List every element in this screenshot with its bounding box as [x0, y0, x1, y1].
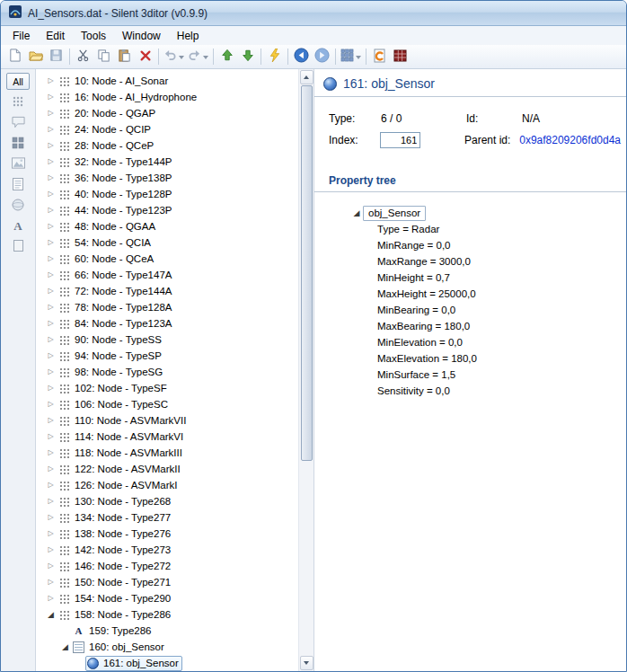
filter-all-button[interactable]: All	[6, 73, 30, 90]
speech-bubble-filter-button[interactable]	[7, 115, 29, 131]
open-folder-button[interactable]	[25, 47, 46, 67]
tree-item[interactable]: ▷102: Node - TypeSF	[36, 380, 298, 396]
tree-item[interactable]: 161: obj_Sensor	[36, 655, 298, 671]
letter-a-filter-button[interactable]: A	[7, 218, 29, 234]
page-filter-button[interactable]	[7, 239, 29, 255]
tree-item[interactable]: ▷94: Node - TypeSP	[36, 348, 298, 364]
paste-button[interactable]	[114, 47, 135, 67]
expand-arrow-icon[interactable]: ▷	[45, 218, 57, 234]
property-item[interactable]: Type = Radar	[377, 221, 626, 237]
tree-item[interactable]: ▷10: Node - AI_Sonar	[36, 73, 298, 89]
tree-item[interactable]: ▷142: Node - Type273	[36, 542, 298, 558]
squares-filter-button[interactable]	[7, 136, 29, 152]
expand-arrow-icon[interactable]: ▷	[45, 380, 57, 396]
tree-item[interactable]: ▷126: Node - ASVMarkI	[36, 477, 298, 493]
property-item[interactable]: MinSurface = 1,5	[377, 367, 626, 383]
expand-arrow-icon[interactable]: ▷	[45, 429, 57, 445]
collapse-arrow-icon[interactable]: ◢	[350, 205, 363, 221]
expand-arrow-icon[interactable]: ▷	[45, 364, 57, 380]
tree-item[interactable]: ◢158: Node - Type286	[36, 606, 298, 623]
back-button[interactable]	[291, 47, 312, 67]
property-item[interactable]: MinElevation = 0,0	[377, 334, 626, 350]
tree-item[interactable]: ▷48: Node - QGAA	[36, 218, 298, 234]
property-item[interactable]: MaxRange = 3000,0	[377, 253, 626, 270]
forward-button[interactable]	[312, 47, 332, 67]
tree-item[interactable]: ▷90: Node - TypeSS	[36, 332, 298, 348]
tree-item[interactable]: ▷138: Node - Type276	[36, 526, 298, 542]
expand-arrow-icon[interactable]: ▷	[45, 105, 57, 121]
cut-button[interactable]	[73, 47, 93, 67]
menu-item[interactable]: Edit	[38, 28, 73, 44]
expand-arrow-icon[interactable]: ▷	[45, 137, 57, 154]
property-root[interactable]: ◢ obj_Sensor	[350, 205, 626, 221]
save-button[interactable]	[46, 47, 66, 67]
orange-c-button[interactable]	[369, 47, 390, 67]
expand-arrow-icon[interactable]: ▷	[45, 509, 57, 526]
copy-button[interactable]	[93, 47, 114, 67]
expand-arrow-icon[interactable]: ▷	[45, 445, 57, 461]
tree-item[interactable]: ▷60: Node - QCeA	[36, 251, 298, 267]
scroll-up-button[interactable]	[300, 70, 314, 84]
tree-item[interactable]: ▷98: Node - TypeSG	[36, 364, 298, 380]
expand-arrow-icon[interactable]: ▷	[45, 315, 57, 332]
expand-arrow-icon[interactable]: ▷	[45, 332, 57, 348]
tree-item[interactable]: ▷20: Node - QGAP	[36, 105, 298, 121]
title-bar[interactable]: AI_Sensors.dat - Silent 3ditor (v0.9.9)	[1, 1, 626, 26]
expand-arrow-icon[interactable]: ▷	[45, 154, 57, 170]
sphere-filter-button[interactable]	[7, 198, 29, 214]
scrollbar-thumb[interactable]	[301, 85, 313, 461]
move-up-button[interactable]	[216, 47, 237, 67]
tree-scrollbar[interactable]	[298, 69, 314, 671]
property-item[interactable]: MinHeight = 0,7	[377, 270, 626, 286]
expand-arrow-icon[interactable]: ▷	[45, 170, 57, 186]
collapse-arrow-icon[interactable]: ◢	[59, 639, 71, 655]
tree-item[interactable]: ▷134: Node - Type277	[36, 509, 298, 526]
tree-item[interactable]: A159: Type286	[36, 623, 298, 639]
undo-button[interactable]	[162, 47, 186, 67]
red-grid-button[interactable]	[390, 47, 411, 67]
tree-item[interactable]: ▷154: Node - Type290	[36, 590, 298, 606]
tree-item[interactable]: ▷54: Node - QCIA	[36, 234, 298, 251]
expand-arrow-icon[interactable]: ▷	[45, 283, 57, 299]
property-item[interactable]: MinBearing = 0,0	[377, 302, 626, 318]
tree-item[interactable]: ◢160: obj_Sensor	[36, 639, 298, 655]
expand-arrow-icon[interactable]: ▷	[45, 493, 57, 509]
expand-arrow-icon[interactable]: ▷	[45, 412, 57, 429]
property-item[interactable]: MaxHeight = 25000,0	[377, 286, 626, 302]
delete-button[interactable]	[135, 47, 155, 67]
expand-arrow-icon[interactable]: ▷	[45, 461, 57, 477]
menu-item[interactable]: Window	[114, 28, 169, 44]
expand-arrow-icon[interactable]: ▷	[45, 348, 57, 364]
expand-arrow-icon[interactable]: ▷	[45, 574, 57, 590]
tree-item[interactable]: ▷114: Node - ASVMarkVI	[36, 429, 298, 445]
expand-arrow-icon[interactable]: ▷	[45, 558, 57, 574]
menu-item[interactable]: Help	[169, 28, 208, 44]
menu-item[interactable]: Tools	[73, 28, 114, 44]
redo-button[interactable]	[186, 47, 210, 67]
tree-item[interactable]: ▷118: Node - ASVMarkIII	[36, 445, 298, 461]
tree-item[interactable]: ▷78: Node - Type128A	[36, 299, 298, 315]
expand-arrow-icon[interactable]: ▷	[45, 73, 57, 89]
property-item[interactable]: MaxBearing = 180,0	[377, 318, 626, 334]
move-down-button[interactable]	[237, 47, 258, 67]
tree-item[interactable]: ▷130: Node - Type268	[36, 493, 298, 509]
tree-item[interactable]: ▷24: Node - QCIP	[36, 121, 298, 137]
collapse-arrow-icon[interactable]: ◢	[45, 606, 57, 623]
run-button[interactable]	[264, 47, 285, 67]
expand-arrow-icon[interactable]: ▷	[45, 299, 57, 315]
expand-arrow-icon[interactable]: ▷	[45, 477, 57, 493]
tree-item[interactable]: ▷150: Node - Type271	[36, 574, 298, 590]
image-filter-button[interactable]	[7, 156, 29, 172]
scroll-down-button[interactable]	[300, 656, 314, 670]
expand-arrow-icon[interactable]: ▷	[45, 267, 57, 283]
tree-item[interactable]: ▷40: Node - Type128P	[36, 186, 298, 202]
property-item[interactable]: MinRange = 0,0	[377, 237, 626, 253]
expand-arrow-icon[interactable]: ▷	[45, 202, 57, 218]
index-input[interactable]	[380, 132, 420, 148]
tree-item[interactable]: ▷36: Node - Type138P	[36, 170, 298, 186]
tree-item[interactable]: ▷106: Node - TypeSC	[36, 396, 298, 412]
tree-item[interactable]: ▷44: Node - Type123P	[36, 202, 298, 218]
expand-arrow-icon[interactable]: ▷	[45, 251, 57, 267]
tree-item[interactable]: ▷32: Node - Type144P	[36, 154, 298, 170]
expand-arrow-icon[interactable]: ▷	[45, 542, 57, 558]
